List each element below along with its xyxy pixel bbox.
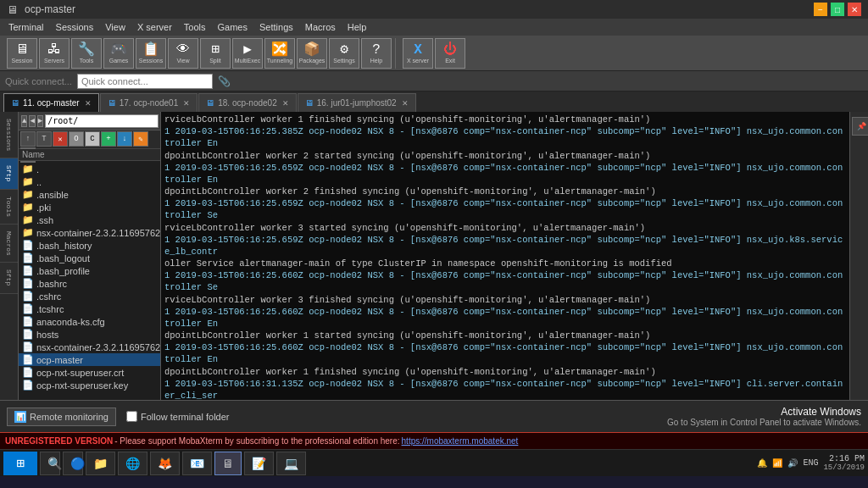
taskbar-cortana[interactable]: 🔵 bbox=[63, 452, 83, 475]
main-area: Sessions Sftp Tools Macros Sftp ▲ ◀ ▶ ✓ … bbox=[0, 112, 868, 400]
list-item[interactable]: 📄.cshrc bbox=[19, 290, 160, 302]
close-button[interactable]: ✕ bbox=[848, 3, 861, 16]
filetree-path-input[interactable] bbox=[45, 114, 159, 128]
toolbar-multiexec-btn[interactable]: ▶MultiExec bbox=[232, 38, 263, 69]
list-item[interactable]: 📄.bashrc bbox=[19, 277, 160, 290]
ft-toolbar-btn3[interactable]: ✕ bbox=[53, 131, 68, 147]
toolbar-split-btn[interactable]: ⊞Split bbox=[200, 38, 231, 69]
remote-monitoring-label: Remote monitoring bbox=[30, 412, 108, 422]
list-item[interactable]: 📁.pki bbox=[19, 201, 160, 214]
list-item[interactable]: 📄nsx-container-2.3.2.11695762... bbox=[19, 341, 160, 353]
filetree-header: ▲ ◀ ▶ ✓ bbox=[19, 112, 160, 130]
term-line: 1 2019-03-15T06:16:31.135Z ocp-node02 NS… bbox=[164, 378, 846, 400]
menu-xserver[interactable]: X server bbox=[132, 21, 177, 33]
ft-toolbar-btn1[interactable]: ↑ bbox=[20, 131, 36, 147]
taskbar-search[interactable]: 🔍 bbox=[40, 452, 60, 475]
filetree-up-btn[interactable]: ▲ bbox=[21, 115, 27, 127]
quickconnect-input[interactable] bbox=[77, 74, 213, 89]
list-item[interactable]: 📁.ansible bbox=[19, 188, 160, 201]
sidebar-macros[interactable]: Macros bbox=[0, 225, 18, 263]
start-button[interactable]: ⊞ bbox=[3, 452, 37, 475]
tray-time: 2:16 PM bbox=[823, 454, 865, 463]
sidebar-sessions[interactable]: Sessions bbox=[0, 112, 18, 158]
toolbar-tunneling-btn[interactable]: 🔀Tunneling bbox=[264, 38, 295, 69]
ft-toolbar-btn4[interactable]: O bbox=[69, 131, 84, 147]
explorer-icon: 📁 bbox=[93, 457, 108, 470]
follow-folder-checkbox[interactable] bbox=[126, 411, 137, 422]
taskbar-chrome[interactable]: 🌐 bbox=[118, 452, 147, 475]
list-item[interactable]: 📁.. bbox=[19, 175, 160, 188]
tab-close-ocp-node01[interactable]: ✕ bbox=[183, 99, 190, 108]
maximize-button[interactable]: □ bbox=[831, 3, 844, 16]
filetree-toolbar: ↑ T ✕ O C + ↓ ✎ 🔍 bbox=[19, 130, 160, 149]
minimize-button[interactable]: − bbox=[814, 3, 827, 16]
list-item[interactable]: 📄.bash_profile bbox=[19, 264, 160, 277]
tab-ocp-node02[interactable]: 🖥 18. ocp-node02 ✕ bbox=[198, 93, 297, 112]
ft-toolbar-btn7[interactable]: ↓ bbox=[117, 131, 132, 147]
menu-games[interactable]: Games bbox=[213, 21, 253, 33]
taskbar-outlook[interactable]: 📧 bbox=[182, 452, 212, 475]
list-item[interactable]: 📄hosts bbox=[19, 328, 160, 341]
toolbar-games-btn[interactable]: 🎮Games bbox=[103, 38, 134, 69]
tab-close-jumphost[interactable]: ✕ bbox=[402, 99, 409, 108]
toolbar-xserver-btn[interactable]: XX server bbox=[403, 38, 433, 69]
list-item[interactable]: 📄ocp-nxt-superuser.crt bbox=[19, 366, 160, 379]
taskbar-putty[interactable]: 💻 bbox=[276, 452, 306, 475]
titlebar-icon: 🖥 bbox=[7, 3, 18, 16]
sidebar-tools[interactable]: Tools bbox=[0, 190, 18, 225]
menu-terminal[interactable]: Terminal bbox=[3, 21, 49, 33]
term-line: 1 2019-03-15T06:16:25.660Z ocp-node02 NS… bbox=[164, 341, 846, 365]
menu-macros[interactable]: Macros bbox=[300, 21, 341, 33]
ft-toolbar-btn2[interactable]: T bbox=[36, 131, 52, 147]
terminal-output[interactable]: rviceLbController worker 1 finished sync… bbox=[161, 112, 849, 400]
tab-ocp-master[interactable]: 🖥 11. ocp-master ✕ bbox=[3, 93, 99, 112]
menu-tools[interactable]: Tools bbox=[179, 21, 211, 33]
toolbar-help-btn[interactable]: ?Help bbox=[361, 38, 392, 69]
list-item[interactable]: 📄.bash_history bbox=[19, 239, 160, 252]
ft-toolbar-btn5[interactable]: C bbox=[85, 131, 100, 147]
list-item[interactable]: 📄anaconda-ks.cfg bbox=[19, 315, 160, 328]
toolbar-servers-btn[interactable]: 🖧Servers bbox=[39, 38, 70, 69]
list-item[interactable]: 📁.ssh bbox=[19, 214, 160, 226]
menu-view[interactable]: View bbox=[100, 21, 131, 33]
list-item[interactable]: 📁nsx-container-2.3.2.11695762 bbox=[19, 226, 160, 239]
toolbar-view-btn[interactable]: 👁View bbox=[168, 38, 198, 69]
sidebar-sftp[interactable]: Sftp bbox=[0, 158, 18, 189]
tab-close-ocp-master[interactable]: ✕ bbox=[85, 99, 92, 108]
menu-settings[interactable]: Settings bbox=[254, 21, 298, 33]
toolbar-exit-btn[interactable]: ⏻Exit bbox=[435, 38, 465, 69]
status-link[interactable]: https://mobaxterm.mobatek.net bbox=[402, 436, 519, 446]
tab-close-ocp-node02[interactable]: ✕ bbox=[282, 99, 289, 108]
filetree-content[interactable]: 📁. 📁.. 📁.ansible 📁.pki 📁.ssh 📁nsx-contai… bbox=[19, 161, 160, 400]
ft-toolbar-btn8[interactable]: ✎ bbox=[133, 131, 148, 147]
file-icon: 📄 bbox=[22, 329, 34, 340]
filetree-col-header: Name bbox=[19, 149, 160, 161]
tab-jumphost[interactable]: 🖥 16. jur01-jumphost02 ✕ bbox=[298, 93, 416, 112]
taskbar-firefox[interactable]: 🦊 bbox=[150, 452, 180, 475]
toolbar-sessions-btn[interactable]: 📋Sessions bbox=[136, 38, 166, 69]
taskbar-vscode[interactable]: 📝 bbox=[244, 452, 274, 475]
tab-ocp-node01[interactable]: 🖥 17. ocp-node01 ✕ bbox=[100, 93, 198, 112]
toolbar-session-btn[interactable]: 🖥Session bbox=[7, 38, 37, 69]
list-item[interactable]: 📄.tcshrc bbox=[19, 302, 160, 315]
filetree-back-btn[interactable]: ◀ bbox=[29, 115, 35, 127]
taskbar-terminal[interactable]: 🖥 bbox=[214, 452, 242, 475]
filetree-fwd-btn[interactable]: ▶ bbox=[37, 115, 43, 127]
ft-toolbar-btn6[interactable]: + bbox=[101, 131, 116, 147]
toolbar-tools-btn[interactable]: 🔧Tools bbox=[71, 38, 102, 69]
taskbar-explorer[interactable]: 📁 bbox=[86, 452, 115, 475]
sidebar-sftp2[interactable]: Sftp bbox=[0, 263, 18, 293]
remote-monitoring-btn[interactable]: 📊 Remote monitoring bbox=[7, 408, 116, 426]
tray-lang: ENG bbox=[803, 458, 818, 468]
menu-sessions[interactable]: Sessions bbox=[51, 21, 99, 33]
file-icon: 📄 bbox=[22, 354, 34, 365]
list-item[interactable]: 📄.bash_logout bbox=[19, 252, 160, 264]
follow-folder-container: Follow terminal folder bbox=[126, 411, 230, 422]
toolbar-settings-btn[interactable]: ⚙Settings bbox=[329, 38, 359, 69]
list-item[interactable]: 📁. bbox=[19, 163, 160, 175]
right-panel-btn[interactable]: 📌 bbox=[852, 117, 868, 136]
list-item[interactable]: 📄ocp-nxt-superuser.key bbox=[19, 379, 160, 391]
list-item[interactable]: 📄ocp-master bbox=[19, 353, 160, 366]
menu-help[interactable]: Help bbox=[342, 21, 372, 33]
toolbar-packages-btn[interactable]: 📦Packages bbox=[297, 38, 327, 69]
